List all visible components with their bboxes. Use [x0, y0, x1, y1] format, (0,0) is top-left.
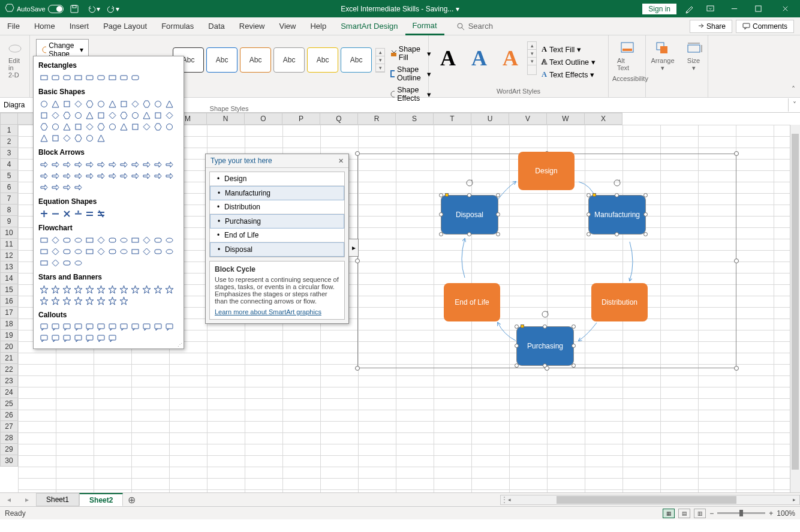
tab-page-layout[interactable]: Page Layout: [96, 17, 154, 35]
shape-option[interactable]: [84, 235, 95, 245]
shape-option[interactable]: [50, 295, 61, 306]
shape-option[interactable]: [141, 246, 152, 257]
view-page-layout-icon[interactable]: ▤: [678, 509, 690, 518]
view-normal-icon[interactable]: ▦: [663, 509, 675, 518]
shape-option[interactable]: [141, 121, 152, 132]
row-header[interactable]: 23: [0, 375, 18, 387]
text-pane-item[interactable]: Disposal: [210, 242, 344, 257]
shape-option[interactable]: [130, 159, 140, 170]
text-effects-button[interactable]: AText Effects ▾: [540, 69, 597, 80]
shape-option[interactable]: [38, 321, 49, 332]
shape-option[interactable]: [118, 98, 129, 109]
row-header[interactable]: 30: [0, 455, 18, 467]
edit-2d-button[interactable]: Edit in 2-D: [4, 38, 26, 81]
shape-effects-button[interactable]: Shape Effects ▾: [389, 85, 432, 104]
row-header[interactable]: 2: [0, 136, 18, 148]
shape-option[interactable]: [84, 72, 95, 83]
shape-option[interactable]: [73, 333, 83, 344]
row-header[interactable]: 16: [0, 296, 18, 307]
shape-option[interactable]: [84, 284, 95, 294]
search-box[interactable]: Search: [456, 22, 493, 31]
shape-option[interactable]: [61, 208, 72, 219]
shape-option[interactable]: [61, 257, 72, 268]
shape-option[interactable]: [38, 295, 49, 306]
style-preset[interactable]: Abc: [240, 47, 271, 73]
node-disposal[interactable]: Disposal: [441, 196, 498, 234]
shape-option[interactable]: [130, 72, 140, 83]
column-header[interactable]: V: [509, 113, 547, 125]
shape-option[interactable]: [152, 110, 163, 121]
shape-option[interactable]: [61, 98, 72, 109]
shape-option[interactable]: [61, 72, 72, 83]
shape-option[interactable]: [95, 246, 106, 257]
row-header[interactable]: 28: [0, 432, 18, 444]
node-distribution[interactable]: Distribution: [591, 283, 648, 321]
size-button[interactable]: Size ▾: [683, 38, 704, 74]
shape-option[interactable]: [118, 159, 129, 170]
view-page-break-icon[interactable]: ▥: [694, 509, 706, 518]
shape-option[interactable]: [50, 133, 61, 143]
row-header[interactable]: 6: [0, 182, 18, 193]
row-header[interactable]: 29: [0, 444, 18, 455]
shape-option[interactable]: [95, 110, 106, 121]
shape-option[interactable]: [118, 321, 129, 332]
column-header[interactable]: U: [471, 113, 509, 125]
style-gallery-more[interactable]: ▴▾▾: [375, 48, 385, 73]
shape-option[interactable]: [50, 182, 61, 193]
shape-option[interactable]: [95, 133, 106, 143]
shape-option[interactable]: [73, 208, 83, 219]
text-pane-item[interactable]: End of Life: [210, 229, 344, 242]
shape-option[interactable]: [38, 110, 49, 121]
shape-option[interactable]: [73, 257, 83, 268]
close-icon[interactable]: ✕: [338, 157, 344, 165]
shape-option[interactable]: [141, 98, 152, 109]
shape-option[interactable]: [141, 110, 152, 121]
shape-option[interactable]: [73, 235, 83, 245]
shape-option[interactable]: [118, 235, 129, 245]
row-header[interactable]: 20: [0, 341, 18, 353]
shape-option[interactable]: [38, 159, 49, 170]
tab-review[interactable]: Review: [232, 17, 272, 35]
row-header[interactable]: 13: [0, 262, 18, 273]
shape-option[interactable]: [95, 98, 106, 109]
shape-option[interactable]: [84, 121, 95, 132]
shape-option[interactable]: [95, 333, 106, 344]
shape-option[interactable]: [118, 246, 129, 257]
shape-option[interactable]: [141, 170, 152, 181]
shape-option[interactable]: [61, 133, 72, 143]
zoom-in-button[interactable]: +: [769, 509, 773, 518]
shape-option[interactable]: [118, 284, 129, 294]
shape-outline-button[interactable]: Shape Outline ▾: [389, 64, 432, 83]
row-header[interactable]: 9: [0, 216, 18, 227]
shape-option[interactable]: [50, 121, 61, 132]
shape-option[interactable]: [107, 246, 118, 257]
wordart-gallery-more[interactable]: ▴▾▾: [527, 41, 537, 75]
shape-option[interactable]: [84, 295, 95, 306]
shape-option[interactable]: [118, 110, 129, 121]
shape-option[interactable]: [73, 98, 83, 109]
row-header[interactable]: 1: [0, 125, 18, 136]
tab-file[interactable]: File: [0, 17, 27, 35]
tab-formulas[interactable]: Formulas: [154, 17, 201, 35]
shape-option[interactable]: [107, 235, 118, 245]
shape-option[interactable]: [141, 159, 152, 170]
expand-formula-icon[interactable]: ˅: [788, 98, 800, 112]
style-preset[interactable]: Abc: [273, 47, 305, 73]
text-pane-item[interactable]: Manufacturing: [210, 186, 344, 200]
minimize-button[interactable]: [722, 0, 746, 17]
shape-option[interactable]: [118, 72, 129, 83]
shape-option[interactable]: [95, 72, 106, 83]
row-header[interactable]: 8: [0, 205, 18, 216]
shape-option[interactable]: [38, 235, 49, 245]
shape-option[interactable]: [164, 121, 175, 132]
shape-option[interactable]: [95, 284, 106, 294]
shape-option[interactable]: [73, 284, 83, 294]
shape-option[interactable]: [61, 235, 72, 245]
wordart-preset[interactable]: A: [495, 41, 526, 75]
shape-option[interactable]: [50, 98, 61, 109]
shape-option[interactable]: [130, 284, 140, 294]
shape-option[interactable]: [152, 321, 163, 332]
column-header[interactable]: X: [585, 113, 622, 125]
shape-option[interactable]: [38, 121, 49, 132]
shape-option[interactable]: [118, 170, 129, 181]
